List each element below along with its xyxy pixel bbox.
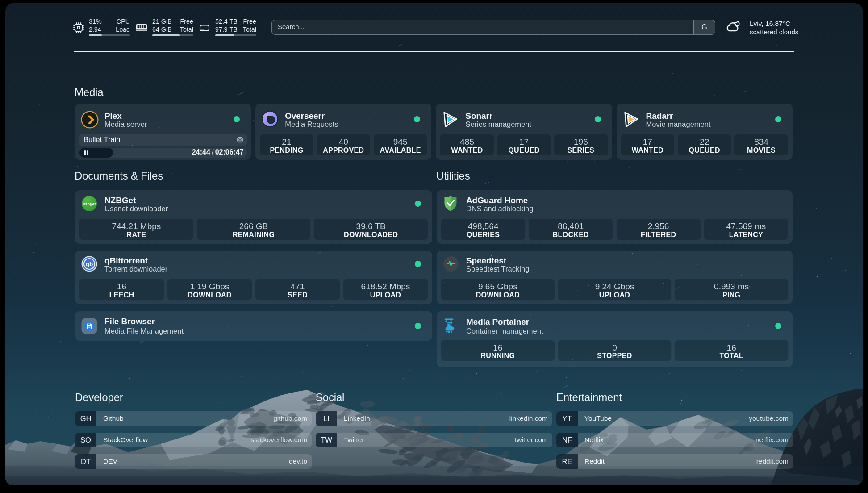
svg-text:qb: qb (86, 261, 93, 267)
svg-text:nzbget: nzbget (83, 202, 96, 206)
